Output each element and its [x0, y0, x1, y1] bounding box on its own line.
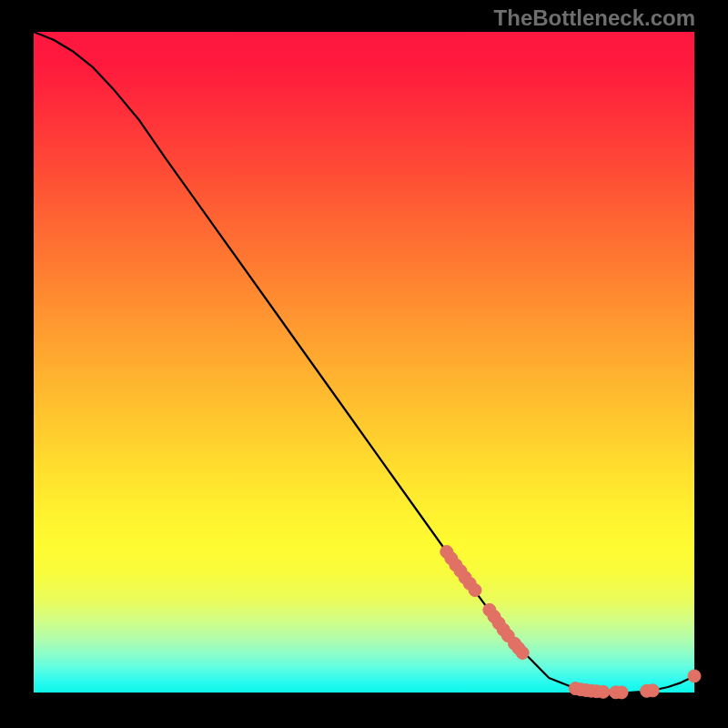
data-dot [469, 584, 481, 597]
data-dot [646, 684, 659, 697]
chart-frame: TheBottleneck.com [0, 0, 728, 728]
data-dot [516, 646, 529, 659]
data-dot [597, 685, 610, 698]
data-dot [688, 670, 701, 682]
bottleneck-curve [34, 32, 694, 693]
chart-overlay [34, 32, 694, 693]
data-dot [615, 686, 628, 699]
watermark-text: TheBottleneck.com [494, 5, 695, 31]
data-dots-group [440, 545, 701, 699]
